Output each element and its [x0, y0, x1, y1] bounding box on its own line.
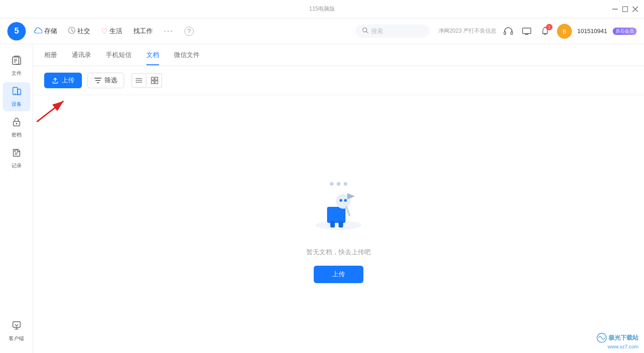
svg-point-43	[339, 199, 342, 202]
svg-point-19	[15, 93, 16, 94]
svg-point-20	[18, 93, 19, 94]
watermark: 极光下载站 www.xz7.com	[597, 333, 638, 349]
sidebar-item-client[interactable]: 客户端	[3, 317, 30, 346]
svg-point-22	[16, 123, 17, 125]
sidebar-record-label: 记录	[12, 162, 22, 169]
tab-album[interactable]: 相册	[44, 46, 57, 65]
svg-point-38	[344, 182, 347, 186]
nav-storage-label: 存储	[44, 27, 57, 35]
main-content: 相册 通讯录 手机短信 文档 微信文件 上传	[33, 44, 644, 353]
nav-item-life[interactable]: ♡ 生活	[97, 24, 127, 38]
nav-social-label: 社交	[77, 27, 90, 35]
sidebar-item-device[interactable]: 设备	[3, 82, 30, 111]
top-right-actions: 1 B 101510941 原石会员	[502, 24, 637, 39]
svg-rect-39	[327, 207, 345, 223]
tab-sms[interactable]: 手机短信	[106, 46, 132, 65]
lock-icon	[12, 117, 22, 130]
titlebar-controls	[612, 6, 638, 12]
svg-rect-32	[155, 77, 158, 80]
svg-rect-25	[13, 322, 20, 327]
nav-item-social[interactable]: 社交	[63, 24, 95, 39]
tab-contacts[interactable]: 通讯录	[72, 46, 91, 65]
empty-message: 暂无文档，快去上传吧	[306, 248, 371, 256]
titlebar-title: 115电脑版	[309, 5, 335, 13]
filter-btn-label: 筛选	[104, 76, 117, 85]
grid-view-button[interactable]	[147, 73, 162, 88]
svg-rect-31	[151, 77, 154, 80]
help-icon: ?	[184, 27, 194, 36]
sidebar-client-label: 客户端	[9, 335, 24, 342]
top-nav: 5 存储 社交 ♡ 生活 找工作 ···	[0, 18, 644, 44]
watermark-text: 极光下载站	[609, 334, 638, 342]
svg-point-44	[344, 199, 347, 202]
nav-jobs-label: 找工作	[133, 27, 153, 35]
maximize-button[interactable]	[622, 6, 628, 12]
watermark-url: www.xz7.com	[608, 344, 638, 349]
more-icon: ···	[164, 26, 173, 36]
upload-button[interactable]: 上传	[44, 73, 82, 88]
user-id[interactable]: 101510941	[577, 28, 607, 34]
nav-item-more[interactable]: ···	[159, 23, 178, 39]
content-area: 文件 设备 密档 记录	[0, 44, 644, 353]
sidebar-item-secret[interactable]: 密档	[3, 113, 30, 142]
tabs-bar: 相册 通讯录 手机短信 文档 微信文件	[33, 44, 644, 66]
life-icon: ♡	[101, 27, 108, 35]
sidebar-item-record[interactable]: 记录	[3, 144, 30, 173]
tab-docs[interactable]: 文档	[146, 46, 159, 65]
svg-rect-8	[511, 32, 512, 34]
svg-point-36	[330, 182, 334, 186]
nav-life-label: 生活	[109, 27, 122, 35]
record-icon	[12, 148, 22, 160]
svg-point-37	[337, 182, 340, 186]
filter-button[interactable]: 筛选	[87, 73, 124, 88]
sidebar-files-label: 文件	[12, 70, 22, 77]
svg-rect-34	[155, 81, 158, 84]
search-input[interactable]	[371, 28, 417, 34]
tab-wechat[interactable]: 微信文件	[174, 46, 200, 65]
sidebar-item-files[interactable]: 文件	[3, 51, 30, 80]
svg-rect-45	[345, 205, 351, 216]
svg-rect-33	[151, 81, 154, 84]
upload-btn-label: 上传	[62, 76, 75, 85]
vip-badge[interactable]: 原石会员	[613, 28, 637, 35]
svg-rect-7	[504, 32, 506, 34]
svg-rect-9	[523, 28, 531, 34]
client-icon	[12, 320, 22, 333]
files-icon	[12, 55, 22, 68]
sidebar-secret-label: 密档	[12, 131, 22, 138]
nav-item-jobs[interactable]: 找工作	[129, 24, 157, 38]
notice-bar: 净网2023 严打不良信息	[438, 27, 496, 35]
nav-item-storage[interactable]: 存储	[29, 24, 62, 38]
minimize-button[interactable]	[612, 6, 618, 12]
svg-line-6	[366, 32, 368, 34]
watermark-logo: 极光下载站	[597, 333, 638, 343]
empty-state: 暂无文档，快去上传吧 上传	[33, 95, 644, 353]
screen-button[interactable]	[520, 25, 533, 38]
search-icon	[362, 27, 368, 35]
view-toggle	[132, 73, 162, 88]
sidebar: 文件 设备 密档 记录	[0, 44, 33, 353]
nav-item-help[interactable]: ?	[180, 24, 198, 39]
bell-badge: 1	[546, 24, 552, 30]
titlebar: 115电脑版	[0, 0, 644, 18]
cloud-icon	[34, 27, 42, 35]
upload-center-button[interactable]: 上传	[314, 266, 363, 283]
social-icon	[68, 27, 75, 36]
empty-illustration	[302, 165, 375, 239]
headphone-button[interactable]	[502, 25, 515, 38]
avatar[interactable]: B	[557, 24, 572, 39]
nav-items: 存储 社交 ♡ 生活 找工作 ··· ?	[29, 23, 352, 39]
app-container: 5 存储 社交 ♡ 生活 找工作 ···	[0, 18, 644, 353]
app-logo[interactable]: 5	[7, 22, 26, 40]
list-view-button[interactable]	[132, 73, 146, 88]
close-button[interactable]	[632, 6, 638, 12]
svg-rect-1	[623, 6, 628, 11]
toolbar: 上传 筛选	[33, 66, 644, 95]
search-box[interactable]	[356, 24, 429, 38]
device-icon	[12, 86, 22, 99]
svg-rect-41	[339, 221, 343, 228]
bell-button[interactable]: 1	[539, 25, 552, 38]
svg-marker-46	[347, 193, 355, 199]
svg-rect-0	[612, 9, 618, 10]
svg-rect-40	[330, 221, 335, 228]
